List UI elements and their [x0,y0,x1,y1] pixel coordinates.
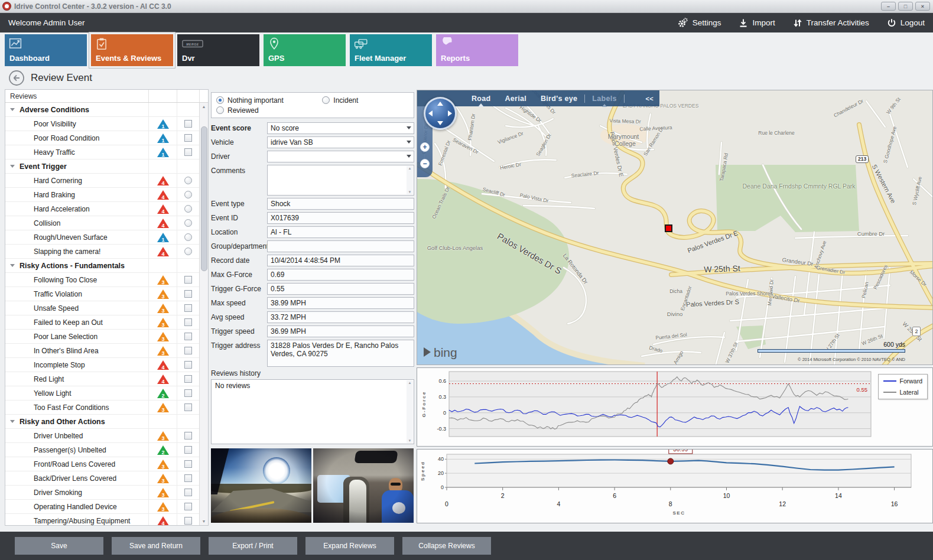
tree-item-row-hard-braking[interactable]: Hard Braking4 [5,188,199,202]
map-mode-road[interactable]: Road [464,95,498,103]
radio-icon[interactable] [184,177,192,184]
settings-button[interactable]: Settings [677,18,721,28]
tree-item-row-incomplete-stop[interactable]: Incomplete Stop4 [5,358,199,372]
checkbox-icon[interactable] [184,134,192,142]
field-vehicle-select[interactable]: idrive Van SB [267,136,414,148]
checkbox-icon[interactable] [184,474,192,482]
tree-item-row-yellow-light[interactable]: Yellow Light2 [5,386,199,401]
tree-item-row-in-other-s-blind-area[interactable]: In Other's Blind Area3 [5,344,199,358]
tree-item-row-rough-uneven-surface[interactable]: Rough/Uneven Surface1 [5,230,199,245]
export-print-button[interactable]: Export / Print [209,537,297,555]
tree-item-row-back-driver-lens-covered[interactable]: Back/Driver Lens Covered3 [5,471,199,486]
collapse-arrow-icon[interactable] [10,165,15,168]
checkbox-icon[interactable] [184,148,192,156]
field-trigger-speed-value[interactable]: 36.99 MPH [267,325,414,337]
back-button[interactable] [8,70,25,86]
map-bar-collapse-button[interactable]: << [646,95,659,102]
collapse-arrow-icon[interactable] [10,420,15,423]
tree-item-row-poor-visibility[interactable]: Poor Visibility1 [5,117,199,131]
textarea-scrollbar[interactable]: ▲▼ [407,166,413,194]
checkbox-icon[interactable] [184,347,192,354]
checkbox-icon[interactable] [184,290,192,298]
tree-item-row-front-road-lens-covered[interactable]: Front/Road Lens Covered3 [5,457,199,471]
camera-road-view[interactable] [211,448,311,523]
tree-item-row-poor-road-condition[interactable]: Poor Road Condition1 [5,131,199,145]
pan-down-icon[interactable] [437,121,443,125]
tab-gps[interactable]: GPS [264,34,346,66]
zoom-in-button[interactable]: + [420,142,430,152]
scroll-thumb[interactable] [201,126,207,271]
field-avg-speed-value[interactable]: 33.72 MPH [267,311,414,323]
field-driver-select[interactable] [267,151,414,162]
field-max-g-force-value[interactable]: 0.69 [267,269,414,281]
camera-driver-view[interactable] [313,448,414,523]
radio-icon[interactable] [184,248,192,255]
tab-dashboard[interactable]: Dashboard [5,34,87,66]
transfer-activities-button[interactable]: Transfer Activities [793,18,869,28]
scroll-down-icon[interactable]: ▼ [408,439,412,442]
tree-item-row-passenger-s-unbelted[interactable]: Passenger(s) Unbelted2 [5,443,199,457]
tree-item-row-too-fast-for-conditions[interactable]: Too Fast For Conditions3 [5,401,199,415]
field-location-value[interactable]: Al - FL [267,226,414,238]
checkbox-icon[interactable] [184,333,192,340]
tab-events-reviews[interactable]: Events & Reviews [91,34,173,66]
checkbox-icon[interactable] [184,375,192,383]
tree-item-row-red-light[interactable]: Red Light4 [5,372,199,386]
import-button[interactable]: Import [739,18,775,28]
pan-left-icon[interactable] [428,110,433,116]
scroll-down-icon[interactable]: ▼ [408,190,412,194]
map-mode-birdseye[interactable]: Bird's eye [534,95,584,103]
collapse-arrow-icon[interactable] [10,108,15,111]
radio-icon[interactable] [184,233,192,241]
tree-group-row-adverse-conditions[interactable]: Adverse Conditions [5,103,199,117]
tab-reports[interactable]: Reports [436,34,518,66]
tree-item-row-hard-cornering[interactable]: Hard Cornering4 [5,174,199,188]
field-comments-textarea[interactable]: ▲▼ [267,165,414,196]
field-event-id-value[interactable]: X017639 [267,212,414,224]
map-canvas[interactable] [417,90,933,365]
save-button[interactable]: Save [15,537,103,555]
reviews-scrollbar[interactable]: ▲ ▼ [199,103,208,525]
checkbox-icon[interactable] [184,389,192,397]
field-record-date-value[interactable]: 10/4/2014 4:48:54 PM [267,255,414,266]
tab-dvr[interactable]: MERGE Dvr [177,34,259,66]
field-event-type-value[interactable]: Shock [267,198,414,210]
tree-item-row-collision[interactable]: Collision4 [5,216,199,230]
checkbox-icon[interactable] [184,446,192,454]
map-compass-control[interactable] [424,97,457,130]
close-button[interactable]: × [915,2,930,11]
reviews-history-box[interactable]: No reviews ▲▼ [211,379,414,444]
scroll-up-icon[interactable]: ▲ [200,105,208,109]
scroll-up-icon[interactable]: ▲ [408,381,412,385]
checkbox-icon[interactable] [184,489,192,496]
tree-item-row-traffic-violation[interactable]: Traffic Violation3 [5,287,199,301]
field-trigger-address-value[interactable]: 31828 Palos Verdes Dr E, Rancho Palos Ve… [267,340,414,367]
field-max-speed-value[interactable]: 38.99 MPH [267,297,414,309]
checkbox-icon[interactable] [184,460,192,468]
tree-item-row-slapping-the-camera[interactable]: Slapping the camera!4 [5,245,199,259]
radio-icon[interactable] [184,219,192,227]
pan-right-icon[interactable] [448,110,452,116]
expand-reviews-button[interactable]: Expand Reviews [305,537,394,555]
tree-item-row-tampering-abusing-equipment[interactable]: Tampering/Abusing Equipment4 [5,514,199,525]
tree-item-row-driver-smoking[interactable]: Driver Smoking3 [5,486,199,500]
tree-group-row-event-trigger[interactable]: Event Trigger [5,159,199,174]
scroll-up-icon[interactable]: ▲ [408,167,412,170]
checkbox-icon[interactable] [184,503,192,510]
field-trigger-g-force-value[interactable]: 0.55 [267,283,414,295]
status-option-nothing-important[interactable]: Nothing important [216,96,322,105]
checkbox-icon[interactable] [184,318,192,326]
tree-group-row-risky-and-other-actions[interactable]: Risky and Other Actions [5,415,199,429]
tree-item-row-failed-to-keep-an-out[interactable]: Failed to Keep an Out3 [5,315,199,330]
save-and-return-button[interactable]: Save and Return [112,537,200,555]
tree-item-row-unsafe-speed[interactable]: Unsafe Speed3 [5,301,199,315]
checkbox-icon[interactable] [184,432,192,439]
collapse-arrow-icon[interactable] [10,264,15,267]
field-event-score-select[interactable]: No score [267,122,414,134]
field-group-department-value[interactable] [267,240,414,252]
tree-item-row-heavy-traffic[interactable]: Heavy Traffic1 [5,145,199,159]
checkbox-icon[interactable] [184,276,192,284]
tree-item-row-operating-handled-device[interactable]: Operating Handled Device3 [5,500,199,514]
radio-icon[interactable] [184,191,192,198]
tree-item-row-following-too-close[interactable]: Following Too Close3 [5,273,199,287]
